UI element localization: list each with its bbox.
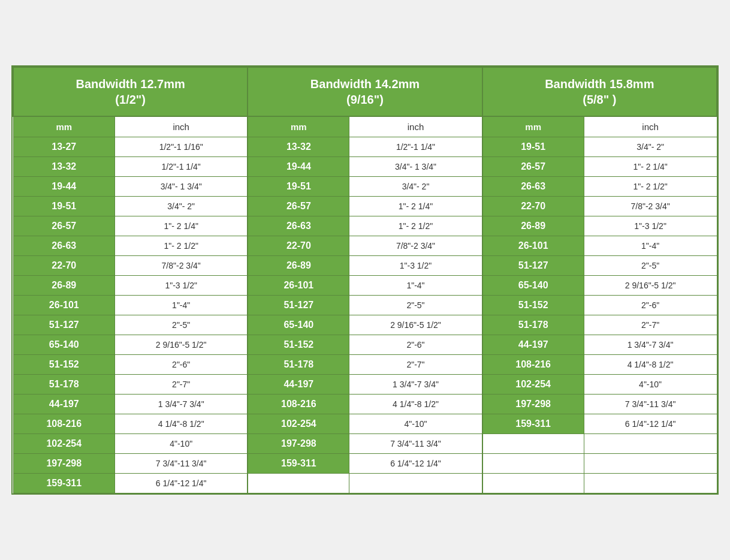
mm-val-2: 26-63 xyxy=(248,216,349,236)
mm-val-2: 102-254 xyxy=(248,414,349,434)
mm-val-3 xyxy=(482,474,584,493)
inch-val-1: 2"-7" xyxy=(115,375,248,395)
mm-val-2: 26-89 xyxy=(248,256,349,276)
table-row: 102-254 4"-10" 197-298 7 3/4"-11 3/4" xyxy=(13,434,717,454)
inch-val-2: 2"-6" xyxy=(349,335,482,355)
mm-val-1: 44-197 xyxy=(13,395,115,414)
subheader-mm-3: mm xyxy=(482,116,584,137)
table-row: 51-152 2"-6" 51-178 2"-7" 108-216 4 1/4"… xyxy=(13,355,717,375)
table-body: 13-27 1/2"-1 1/16" 13-32 1/2"-1 1/4" 19-… xyxy=(13,137,717,493)
table-row: 26-89 1"-3 1/2" 26-101 1"-4" 65-140 2 9/… xyxy=(13,276,717,296)
mm-val-3: 22-70 xyxy=(482,197,584,216)
inch-val-1: 1"- 2 1/2" xyxy=(115,236,248,256)
inch-val-1: 4 1/4"-8 1/2" xyxy=(115,414,248,434)
subheader-inch-1: inch xyxy=(115,116,248,137)
mm-val-3: 51-178 xyxy=(482,315,584,335)
inch-val-3: 6 1/4"-12 1/4" xyxy=(584,414,717,434)
table-row: 159-311 6 1/4"-12 1/4" xyxy=(13,474,717,493)
inch-val-3 xyxy=(584,434,717,454)
header-row: Bandwidth 12.7mm(1/2") Bandwidth 14.2mm(… xyxy=(13,67,717,116)
mm-val-3: 51-152 xyxy=(482,296,584,315)
table-row: 13-27 1/2"-1 1/16" 13-32 1/2"-1 1/4" 19-… xyxy=(13,137,717,157)
mm-val-2: 159-311 xyxy=(248,454,349,474)
inch-val-1: 2 9/16"-5 1/2" xyxy=(115,335,248,355)
inch-val-1: 1/2"-1 1/4" xyxy=(115,157,248,177)
inch-val-3 xyxy=(584,474,717,493)
mm-val-2 xyxy=(248,474,349,493)
mm-val-1: 19-51 xyxy=(13,197,115,216)
inch-val-1: 4"-10" xyxy=(115,434,248,454)
inch-val-2: 4 1/4"-8 1/2" xyxy=(349,395,482,414)
inch-val-2: 1"-4" xyxy=(349,276,482,296)
header-col2: Bandwidth 14.2mm(9/16") xyxy=(248,67,482,116)
mm-val-1: 51-152 xyxy=(13,355,115,375)
table-row: 108-216 4 1/4"-8 1/2" 102-254 4"-10" 159… xyxy=(13,414,717,434)
mm-val-2: 26-57 xyxy=(248,197,349,216)
mm-val-2: 51-127 xyxy=(248,296,349,315)
inch-val-2: 1"-3 1/2" xyxy=(349,256,482,276)
mm-val-1: 102-254 xyxy=(13,434,115,454)
inch-val-3: 1 3/4"-7 3/4" xyxy=(584,335,717,355)
inch-val-2: 2 9/16"-5 1/2" xyxy=(349,315,482,335)
inch-val-2: 4"-10" xyxy=(349,414,482,434)
inch-val-2 xyxy=(349,474,482,493)
subheader-row: mm inch mm inch mm inch xyxy=(13,116,717,137)
inch-val-3: 2 9/16"-5 1/2" xyxy=(584,276,717,296)
inch-val-2: 7/8"-2 3/4" xyxy=(349,236,482,256)
mm-val-3: 102-254 xyxy=(482,375,584,395)
mm-val-2: 51-178 xyxy=(248,355,349,375)
table-row: 51-178 2"-7" 44-197 1 3/4"-7 3/4" 102-25… xyxy=(13,375,717,395)
inch-val-1: 7 3/4"-11 3/4" xyxy=(115,454,248,474)
table-row: 19-44 3/4"- 1 3/4" 19-51 3/4"- 2" 26-63 … xyxy=(13,177,717,197)
inch-val-2: 6 1/4"-12 1/4" xyxy=(349,454,482,474)
inch-val-1: 2"-5" xyxy=(115,315,248,335)
table-row: 44-197 1 3/4"-7 3/4" 108-216 4 1/4"-8 1/… xyxy=(13,395,717,414)
mm-val-1: 65-140 xyxy=(13,335,115,355)
inch-val-3: 1"-4" xyxy=(584,236,717,256)
mm-val-1: 19-44 xyxy=(13,177,115,197)
inch-val-1: 6 1/4"-12 1/4" xyxy=(115,474,248,493)
inch-val-3: 2"-5" xyxy=(584,256,717,276)
mm-val-2: 19-51 xyxy=(248,177,349,197)
table-row: 22-70 7/8"-2 3/4" 26-89 1"-3 1/2" 51-127… xyxy=(13,256,717,276)
inch-val-3: 7/8"-2 3/4" xyxy=(584,197,717,216)
subheader-mm-1: mm xyxy=(13,116,115,137)
subheader-mm-2: mm xyxy=(248,116,349,137)
inch-val-2: 2"-7" xyxy=(349,355,482,375)
inch-val-3: 4 1/4"-8 1/2" xyxy=(584,355,717,375)
mm-val-1: 159-311 xyxy=(13,474,115,493)
mm-val-3: 26-101 xyxy=(482,236,584,256)
mm-val-2: 26-101 xyxy=(248,276,349,296)
mm-val-1: 108-216 xyxy=(13,414,115,434)
mm-val-3: 159-311 xyxy=(482,414,584,434)
mm-val-1: 197-298 xyxy=(13,454,115,474)
table-row: 51-127 2"-5" 65-140 2 9/16"-5 1/2" 51-17… xyxy=(13,315,717,335)
table-row: 19-51 3/4"- 2" 26-57 1"- 2 1/4" 22-70 7/… xyxy=(13,197,717,216)
mm-val-2: 65-140 xyxy=(248,315,349,335)
mm-val-1: 22-70 xyxy=(13,256,115,276)
subheader-inch-2: inch xyxy=(349,116,482,137)
inch-val-2: 3/4"- 1 3/4" xyxy=(349,157,482,177)
table-row: 26-63 1"- 2 1/2" 22-70 7/8"-2 3/4" 26-10… xyxy=(13,236,717,256)
mm-val-3: 26-63 xyxy=(482,177,584,197)
subheader-inch-3: inch xyxy=(584,116,717,137)
mm-val-2: 19-44 xyxy=(248,157,349,177)
inch-val-3: 4"-10" xyxy=(584,375,717,395)
inch-val-2: 1/2"-1 1/4" xyxy=(349,137,482,157)
inch-val-3: 2"-6" xyxy=(584,296,717,315)
mm-val-3: 65-140 xyxy=(482,276,584,296)
inch-val-1: 7/8"-2 3/4" xyxy=(115,256,248,276)
inch-val-1: 1"-4" xyxy=(115,296,248,315)
table-row: 13-32 1/2"-1 1/4" 19-44 3/4"- 1 3/4" 26-… xyxy=(13,157,717,177)
table-row: 26-57 1"- 2 1/4" 26-63 1"- 2 1/2" 26-89 … xyxy=(13,216,717,236)
inch-val-1: 1 3/4"-7 3/4" xyxy=(115,395,248,414)
mm-val-2: 51-152 xyxy=(248,335,349,355)
header-col3: Bandwidth 15.8mm(5/8" ) xyxy=(482,67,717,116)
mm-val-3: 108-216 xyxy=(482,355,584,375)
inch-val-2: 7 3/4"-11 3/4" xyxy=(349,434,482,454)
inch-val-3: 1"-3 1/2" xyxy=(584,216,717,236)
table-row: 26-101 1"-4" 51-127 2"-5" 51-152 2"-6" xyxy=(13,296,717,315)
mm-val-2: 22-70 xyxy=(248,236,349,256)
mm-val-1: 51-127 xyxy=(13,315,115,335)
inch-val-1: 1"- 2 1/4" xyxy=(115,216,248,236)
